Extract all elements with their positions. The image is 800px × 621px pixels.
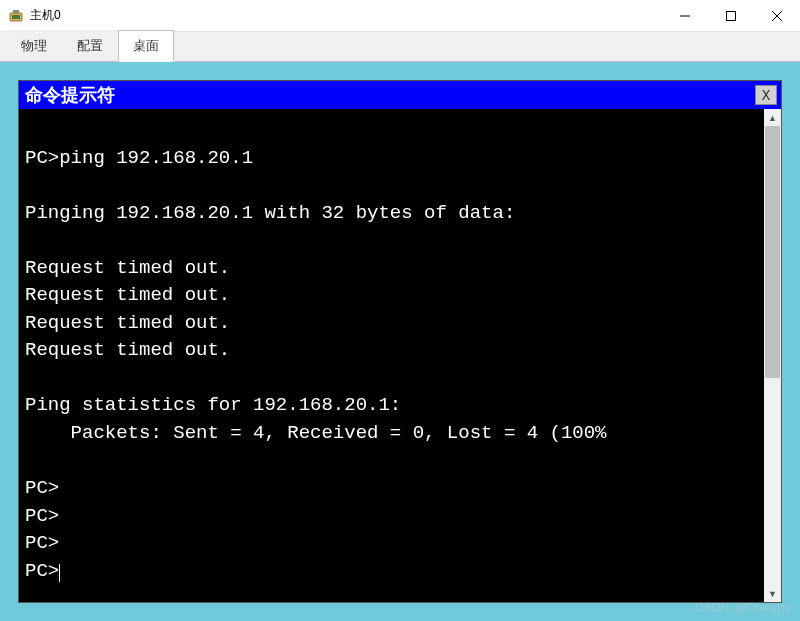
terminal-line: Ping statistics for 192.168.20.1: — [25, 394, 401, 416]
window-titlebar: 主机0 — [0, 0, 800, 32]
svg-rect-1 — [12, 15, 20, 19]
terminal-line: Packets: Sent = 4, Received = 0, Lost = … — [25, 422, 607, 444]
window-controls — [662, 0, 800, 32]
app-window: 主机0 物理 配置 桌面 命令提示符 X PC>ping 192.168.20.… — [0, 0, 800, 621]
terminal-close-button[interactable]: X — [755, 85, 777, 105]
terminal-scrollbar[interactable]: ▲ ▼ — [764, 109, 781, 602]
window-title: 主机0 — [30, 7, 662, 24]
terminal-line: Pinging 192.168.20.1 with 32 bytes of da… — [25, 202, 515, 224]
svg-rect-2 — [13, 10, 19, 13]
tab-config[interactable]: 配置 — [62, 30, 118, 61]
terminal-line: PC> — [25, 477, 59, 499]
terminal-line: PC>ping 192.168.20.1 — [25, 147, 253, 169]
terminal-line: PC> — [25, 532, 59, 554]
terminal-window: 命令提示符 X PC>ping 192.168.20.1 Pinging 192… — [18, 80, 782, 603]
watermark: CSDN @Cheng台 — [695, 600, 792, 617]
tab-desktop[interactable]: 桌面 — [118, 30, 174, 62]
app-icon — [8, 8, 24, 24]
terminal-line: Request timed out. — [25, 312, 230, 334]
scroll-track[interactable] — [764, 126, 781, 585]
terminal-cursor — [59, 564, 60, 582]
terminal-line: Request timed out. — [25, 257, 230, 279]
tab-bar: 物理 配置 桌面 — [0, 32, 800, 62]
terminal-titlebar: 命令提示符 X — [19, 81, 781, 109]
terminal-line: PC> — [25, 505, 59, 527]
close-button[interactable] — [754, 0, 800, 32]
minimize-button[interactable] — [662, 0, 708, 32]
tab-physical[interactable]: 物理 — [6, 30, 62, 61]
terminal-body-wrapper: PC>ping 192.168.20.1 Pinging 192.168.20.… — [19, 109, 781, 602]
terminal-line: Request timed out. — [25, 284, 230, 306]
terminal-output[interactable]: PC>ping 192.168.20.1 Pinging 192.168.20.… — [19, 109, 764, 602]
terminal-line: PC> — [25, 560, 59, 582]
scroll-up-arrow[interactable]: ▲ — [764, 109, 781, 126]
terminal-title: 命令提示符 — [25, 83, 115, 107]
scroll-thumb[interactable] — [765, 126, 780, 378]
terminal-line: Request timed out. — [25, 339, 230, 361]
maximize-button[interactable] — [708, 0, 754, 32]
desktop-content: 命令提示符 X PC>ping 192.168.20.1 Pinging 192… — [0, 62, 800, 621]
svg-rect-4 — [727, 11, 736, 20]
